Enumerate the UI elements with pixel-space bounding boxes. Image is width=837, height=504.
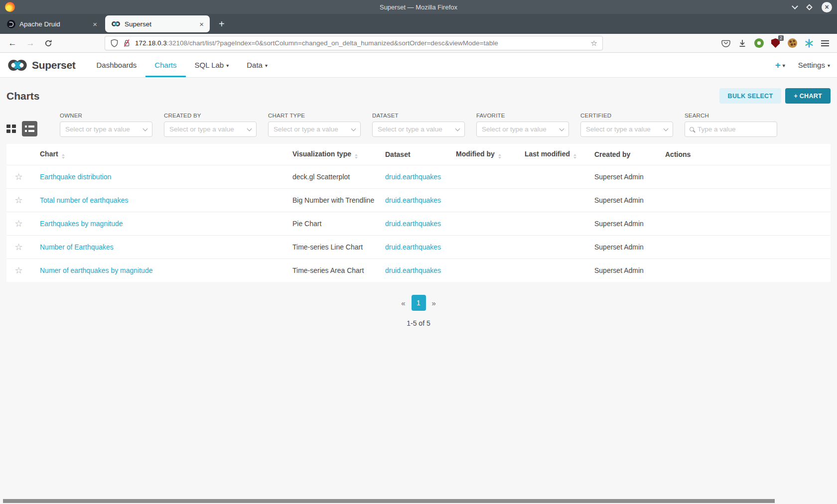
privacy-badger-icon[interactable] bbox=[754, 38, 764, 48]
nav-item-dashboards[interactable]: Dashboards bbox=[87, 53, 145, 77]
filter-search: SEARCH bbox=[685, 113, 777, 137]
dataset-select[interactable]: Select or type a value bbox=[372, 122, 465, 137]
browser-tabbar: Apache Druid × Superset × + bbox=[0, 14, 837, 34]
column-header-last-modified[interactable]: Last modified bbox=[520, 144, 589, 165]
column-header-visualization-type[interactable]: Visualization type bbox=[287, 144, 380, 165]
last-modified-cell bbox=[520, 165, 589, 189]
page-1-button[interactable]: 1 bbox=[412, 295, 426, 311]
add-chart-button[interactable]: + CHART bbox=[785, 88, 831, 104]
url-bar[interactable]: 172.18.0.3:32108/chart/list/?pageIndex=0… bbox=[105, 36, 603, 50]
horizontal-scrollbar[interactable] bbox=[3, 499, 775, 503]
actions-cell bbox=[660, 212, 831, 236]
dataset-link[interactable]: druid.earthquakes bbox=[385, 173, 441, 181]
tab-label: Superset bbox=[125, 20, 195, 28]
chart-type-select[interactable]: Select or type a value bbox=[268, 122, 361, 137]
charts-table: Chart Visualization type Dataset Modifie… bbox=[6, 144, 831, 282]
chart-link[interactable]: Earthquakes by magnitude bbox=[40, 220, 123, 228]
superset-brand[interactable]: Superset bbox=[7, 53, 75, 77]
filter-owner: OWNER Select or type a value bbox=[60, 113, 152, 137]
column-header-modified-by[interactable]: Modified by bbox=[451, 144, 520, 165]
favorite-star-icon[interactable]: ☆ bbox=[14, 219, 22, 229]
nav-item-charts[interactable]: Charts bbox=[145, 53, 185, 77]
dataset-link[interactable]: druid.earthquakes bbox=[385, 196, 441, 204]
dataset-link[interactable]: druid.earthquakes bbox=[385, 243, 441, 251]
druid-favicon bbox=[7, 20, 15, 28]
card-view-toggle-icon[interactable] bbox=[6, 125, 16, 133]
page-title: Charts bbox=[6, 90, 40, 102]
pocket-icon[interactable] bbox=[721, 39, 730, 48]
menu-icon[interactable] bbox=[821, 40, 829, 46]
downloads-icon[interactable] bbox=[738, 39, 747, 48]
certified-select[interactable]: Select or type a value bbox=[580, 122, 673, 137]
dataset-link[interactable]: druid.earthquakes bbox=[385, 266, 441, 274]
favorite-star-icon[interactable]: ☆ bbox=[14, 242, 22, 252]
tab-superset[interactable]: Superset × bbox=[105, 15, 210, 32]
caret-down-icon: ▾ bbox=[226, 63, 229, 68]
back-button[interactable]: ← bbox=[6, 38, 19, 48]
actions-cell bbox=[660, 259, 831, 282]
modified-by-cell bbox=[451, 236, 520, 259]
table-row: ☆ Total number of earthquakes Big Number… bbox=[6, 189, 831, 212]
column-header-chart[interactable]: Chart bbox=[35, 144, 287, 165]
filter-label: DATASET bbox=[372, 113, 465, 119]
chart-link[interactable]: Total number of earthquakes bbox=[40, 196, 128, 204]
favorite-star-icon[interactable]: ☆ bbox=[14, 265, 22, 275]
window-close-icon[interactable]: × bbox=[822, 2, 832, 12]
chart-link[interactable]: Number of Earthquakes bbox=[40, 243, 114, 251]
superset-logo-icon bbox=[7, 59, 28, 72]
settings-menu[interactable]: Settings▾ bbox=[798, 61, 830, 69]
tab-close-icon[interactable]: × bbox=[199, 20, 204, 28]
list-view-toggle-icon[interactable] bbox=[22, 121, 37, 136]
tracking-shield-icon[interactable] bbox=[110, 39, 119, 47]
extension-asterisk-icon[interactable] bbox=[805, 39, 814, 48]
column-header-dataset: Dataset bbox=[380, 144, 451, 165]
chart-link[interactable]: Numer of earthquakes by magnitude bbox=[40, 266, 152, 274]
chart-link[interactable]: Earthquake distribution bbox=[40, 173, 111, 181]
actions-cell bbox=[660, 236, 831, 259]
tab-label: Apache Druid bbox=[19, 20, 89, 28]
new-tab-button[interactable]: + bbox=[219, 18, 225, 30]
tab-close-icon[interactable]: × bbox=[93, 20, 97, 28]
bulk-select-button[interactable]: BULK SELECT bbox=[719, 88, 782, 104]
created-by-cell: Superset Admin bbox=[589, 259, 660, 282]
brand-name: Superset bbox=[32, 59, 75, 71]
new-item-menu[interactable]: +▾ bbox=[775, 60, 785, 71]
last-modified-cell bbox=[520, 189, 589, 212]
created-by-select[interactable]: Select or type a value bbox=[164, 122, 257, 137]
search-icon bbox=[690, 127, 694, 131]
sort-icon bbox=[573, 154, 576, 159]
last-modified-cell bbox=[520, 212, 589, 236]
nav-item-data[interactable]: Data▾ bbox=[238, 53, 277, 77]
ublock-origin-icon[interactable]: 2 bbox=[771, 38, 780, 48]
owner-select[interactable]: Select or type a value bbox=[60, 122, 152, 137]
cookie-extension-icon[interactable] bbox=[788, 38, 797, 48]
insecure-lock-icon[interactable] bbox=[123, 39, 131, 47]
reload-icon bbox=[44, 39, 52, 47]
pagination: « 1 » bbox=[0, 295, 837, 311]
window-maximize-icon[interactable] bbox=[806, 4, 813, 10]
reload-button[interactable] bbox=[42, 39, 55, 47]
filter-label: CHART TYPE bbox=[268, 113, 361, 119]
table-row: ☆ Number of Earthquakes Time-series Line… bbox=[6, 236, 831, 259]
last-modified-cell bbox=[520, 236, 589, 259]
browser-toolbar: ← → 172.18.0.3:32108/chart/list/?pageInd… bbox=[0, 34, 837, 53]
filter-created-by: CREATED BY Select or type a value bbox=[164, 113, 257, 137]
forward-button[interactable]: → bbox=[24, 38, 37, 48]
modified-by-cell bbox=[451, 212, 520, 236]
actions-cell bbox=[660, 189, 831, 212]
window-minimize-icon[interactable] bbox=[792, 3, 798, 9]
favorite-star-icon[interactable]: ☆ bbox=[14, 172, 22, 182]
modified-by-cell bbox=[451, 165, 520, 189]
next-page-button[interactable]: » bbox=[432, 299, 436, 307]
favorite-star-icon[interactable]: ☆ bbox=[14, 195, 22, 205]
dataset-link[interactable]: druid.earthquakes bbox=[385, 220, 441, 228]
search-input[interactable] bbox=[698, 126, 772, 133]
favorite-select[interactable]: Select or type a value bbox=[476, 122, 569, 137]
nav-item-sql-lab[interactable]: SQL Lab▾ bbox=[186, 53, 238, 77]
bookmark-star-icon[interactable]: ☆ bbox=[591, 39, 597, 48]
created-by-cell: Superset Admin bbox=[589, 236, 660, 259]
prev-page-button[interactable]: « bbox=[401, 299, 405, 307]
window-title: Superset — Mozilla Firefox bbox=[0, 3, 837, 11]
modified-by-cell bbox=[451, 189, 520, 212]
tab-apache-druid[interactable]: Apache Druid × bbox=[1, 15, 103, 32]
